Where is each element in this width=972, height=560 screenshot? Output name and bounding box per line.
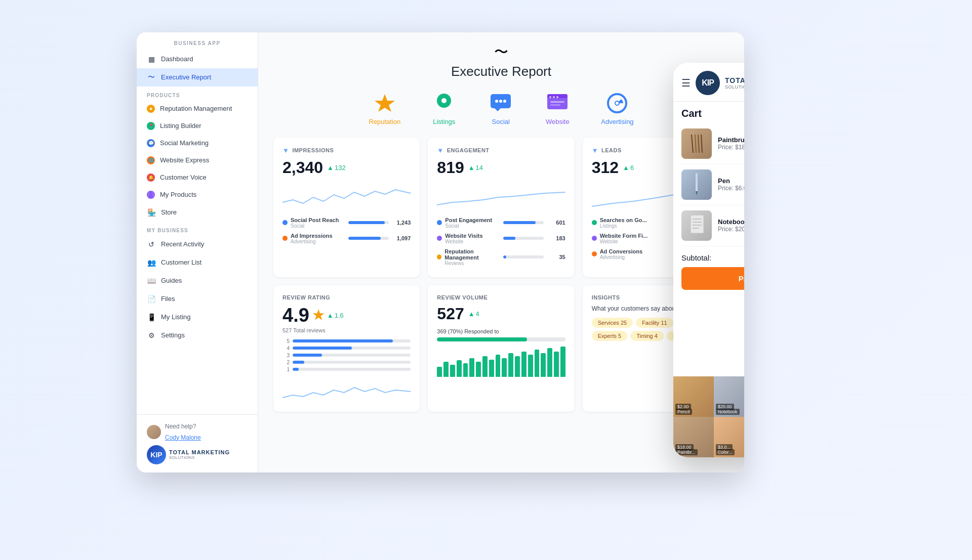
website-tab-icon [544, 92, 571, 115]
files-icon: 📄 [147, 294, 156, 304]
shop-thumb-notebook[interactable]: Notebook $20.00 [714, 376, 744, 417]
sidebar-app-title: BUSINESS APP [137, 32, 258, 50]
sidebar-item-files[interactable]: 📄 Files [137, 290, 258, 308]
social-tab-icon [488, 92, 514, 115]
svg-rect-22 [696, 173, 698, 192]
shop-thumb-paintbrushes[interactable]: Paintbr... $18.00 [673, 417, 714, 457]
sidebar-item-dashboard[interactable]: ▦ Dashboard [137, 50, 258, 68]
impressions-metric-2: Ad Impressions Advertising 1,097 [282, 231, 411, 246]
page-header-icon: 〜 [273, 42, 729, 62]
hamburger-icon[interactable]: ☰ [681, 77, 691, 89]
sidebar-item-customer-list[interactable]: 👥 Customer List [137, 253, 258, 272]
social-dot [282, 220, 288, 225]
svg-line-21 [701, 135, 702, 153]
help-text: Need help? [165, 423, 201, 430]
engagement-title: ▼ Engagement [437, 147, 565, 154]
impressions-value: 2,340 ▲132 [282, 158, 411, 177]
engagement-delta: ▲14 [468, 164, 483, 171]
website-icon: 🌐 [147, 156, 155, 164]
sidebar-item-settings[interactable]: ⚙ Settings [137, 326, 258, 344]
social-icon: 💬 [147, 139, 155, 147]
tag-timing: Timing 4 [630, 331, 664, 341]
sidebar-item-my-products[interactable]: ⋮⋮ My Products [137, 186, 258, 203]
store-icon: 🏪 [147, 208, 156, 217]
notebook-price-label: Price: $20.00 [718, 226, 744, 233]
reputation-tab-icon [372, 92, 398, 115]
customer-list-icon: 👥 [147, 258, 156, 267]
guides-icon: 📖 [147, 276, 156, 285]
bottom-cards-row: Review rating 4.9 ★ ▲ 1.6 527 Total revi… [273, 285, 729, 412]
review-volume-card: Review volume 527 ▲ 4 369 (70%) Responde… [428, 285, 574, 412]
engagement-value: 819 ▲14 [437, 158, 565, 177]
notebook-image [681, 210, 712, 241]
pay-now-button[interactable]: Pay Now [681, 267, 744, 290]
shop-row-2: Paintbr... $18.00 Color... $3.0... Pup..… [673, 417, 744, 457]
review-delta: ▲ 1.6 [327, 312, 344, 319]
reputation-dot [437, 254, 441, 260]
sidebar-item-guides[interactable]: 📖 Guides [137, 272, 258, 290]
sidebar-item-recent-activity[interactable]: ↺ Recent Activity [137, 235, 258, 253]
sidebar-item-website-express[interactable]: 🌐 Website Express [137, 152, 258, 169]
impressions-card: ▼ Impressions 2,340 ▲132 [273, 138, 420, 277]
svg-point-8 [503, 100, 506, 103]
funnel-icon-impressions: ▼ [282, 147, 289, 154]
svg-marker-5 [495, 108, 501, 111]
svg-line-19 [695, 135, 696, 153]
shop-thumb-pencil[interactable]: Pencil $2.00 [673, 376, 714, 417]
mybusiness-section-label: MY BUSINESS [137, 222, 258, 235]
ad-dot [282, 236, 288, 241]
engagement-metric-2: Website Visits Website 183 [437, 231, 565, 246]
tab-reputation[interactable]: Reputation [369, 92, 400, 125]
pen-info: Pen Price: $6.00 [718, 177, 744, 192]
svg-rect-13 [556, 96, 558, 98]
shop-thumb-color[interactable]: Color... $3.0... [714, 417, 744, 457]
pen-image [681, 169, 712, 200]
help-link[interactable]: Cody Malone [165, 434, 201, 441]
tab-listings[interactable]: Listings [431, 92, 457, 125]
rating-bars: 5 4 3 2 [282, 338, 411, 372]
advertising-tab-icon [604, 92, 630, 115]
pen-price-label: Price: $6.00 [718, 185, 744, 192]
page-header: 〜 Executive Report [273, 42, 729, 79]
listing-builder-icon: 📍 [147, 122, 155, 130]
engagement-chart [437, 182, 565, 210]
engagement-card: ▼ Engagement 819 ▲14 [428, 138, 574, 277]
sidebar-item-store[interactable]: 🏪 Store [137, 203, 258, 222]
impressions-delta: ▲132 [327, 164, 346, 171]
svg-rect-24 [691, 215, 704, 233]
sidebar-item-reputation[interactable]: ★ Reputation Management [137, 100, 258, 117]
tag-services: Services 25 [592, 318, 633, 328]
page-title: Executive Report [273, 64, 729, 79]
settings-icon: ⚙ [147, 331, 156, 340]
review-sub: 527 Total reviews [282, 327, 411, 333]
dashboard-icon: ▦ [147, 55, 156, 64]
tab-website[interactable]: Website [544, 92, 571, 125]
tag-experts: Experts 5 [592, 331, 627, 341]
product-tabs: Reputation Listings [273, 92, 729, 125]
mobile-cart-content: Cart Paintbrushes Price: $18.00 [673, 102, 744, 376]
voice-icon: 🔔 [147, 174, 155, 182]
website-visits-dot [437, 236, 442, 241]
ad-conv-dot [592, 251, 597, 256]
sidebar-item-customer-voice[interactable]: 🔔 Customer Voice [137, 169, 258, 186]
shop-row-1: Pencil $2.00 Notebook $20.00 Tape $4.00 [673, 376, 744, 417]
sidebar-item-listing-builder[interactable]: 📍 Listing Builder [137, 117, 258, 135]
mobile-cart-popup: ☰ KIP TOTAL MARKETING SOLUTIONS Cart [673, 63, 744, 457]
subtotal-row: Subtotal: $50.00 [681, 246, 744, 267]
svg-rect-12 [553, 96, 555, 98]
notebook-info: Notebook Price: $20.00 [718, 218, 744, 233]
tag-facility: Facility 11 [636, 318, 673, 328]
main-content: 〜 Executive Report Reputation [258, 32, 744, 472]
svg-marker-23 [696, 191, 698, 195]
engagement-metric-1: Post Engagement Social 601 [437, 215, 565, 231]
svg-line-18 [692, 135, 693, 153]
sidebar-item-social-marketing[interactable]: 💬 Social Marketing [137, 135, 258, 152]
svg-rect-11 [549, 96, 551, 98]
tab-advertising[interactable]: Advertising [601, 92, 633, 125]
review-volume-delta: ▲ 4 [468, 310, 479, 318]
executive-report-icon: 〜 [147, 73, 156, 82]
sidebar-item-my-listing[interactable]: 📱 My Listing [137, 308, 258, 326]
tab-social[interactable]: Social [488, 92, 514, 125]
sidebar-item-executive-report[interactable]: 〜 Executive Report [137, 68, 258, 87]
recent-activity-icon: ↺ [147, 240, 156, 249]
